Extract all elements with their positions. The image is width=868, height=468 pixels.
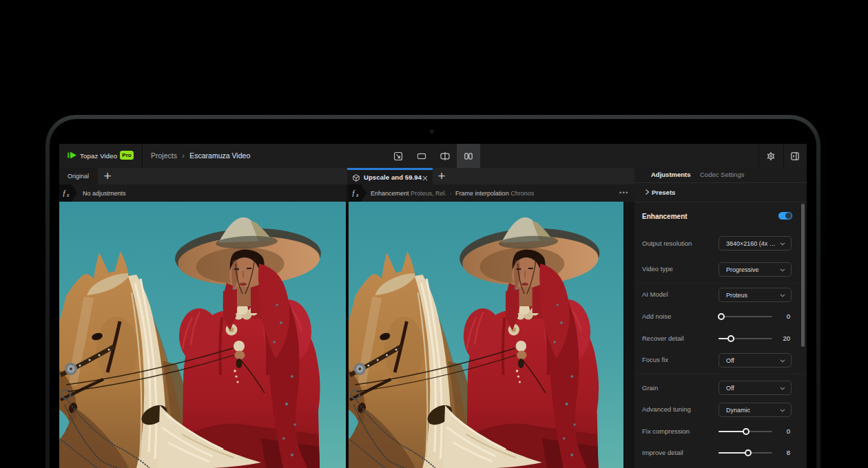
svg-text:x: x <box>66 192 70 198</box>
svg-text:x: x <box>355 192 359 198</box>
